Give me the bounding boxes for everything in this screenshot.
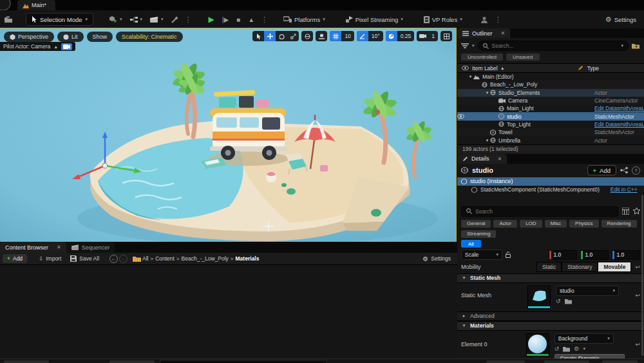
grid-snap-value[interactable]: 10 (341, 33, 354, 39)
filter-chip-streaming[interactable]: Streaming (461, 230, 496, 238)
lock-open-icon[interactable] (506, 251, 511, 258)
add-component-button[interactable]: +Add (587, 165, 616, 175)
mobility-option-static[interactable]: Static (536, 262, 562, 272)
mobility-option-movable[interactable]: Movable (598, 262, 631, 272)
section-advanced-1[interactable]: ▸Advanced (457, 311, 644, 321)
breadcrumb-all[interactable]: All (142, 255, 148, 262)
status-badge-uncontrolled[interactable]: Uncontrolled (461, 54, 503, 61)
use-selected-asset-icon[interactable]: ↺ (554, 346, 560, 352)
collaboration-button[interactable] (477, 14, 492, 25)
component-row-staticmesh[interactable]: StaticMeshComponent (StaticMeshComponent… (457, 186, 644, 194)
outliner-row-main-light[interactable]: Main_LightEdit DatasmithAreaLight (457, 104, 644, 112)
outliner-row-beach-low-poly[interactable]: Beach_-_Low_Poly (457, 81, 644, 88)
details-scrollbar[interactable] (641, 195, 643, 356)
content-browser-settings-button[interactable]: ⚙ Settings (419, 254, 455, 263)
new-folder-icon[interactable]: + (632, 43, 640, 49)
edit-datasmith-link[interactable]: Edit DatasmithAreaLight (594, 121, 644, 128)
filter-chip-all[interactable]: All (461, 240, 481, 248)
blueprints-dropdown[interactable]: ▾ (126, 14, 147, 25)
section-materials[interactable]: ▾Materials (457, 321, 644, 331)
frame-skip-button[interactable]: |▶ (218, 14, 232, 25)
back-button[interactable]: ← (109, 255, 118, 263)
select-tool-button[interactable] (252, 31, 264, 41)
element-0-thumbnail[interactable] (526, 333, 549, 357)
scale-snap-value[interactable]: 0.25 (397, 33, 415, 39)
tab-content-browser[interactable]: Content Browser ✕ (0, 242, 66, 253)
outliner-search-input[interactable]: Search... ▾ (478, 41, 629, 51)
coordinate-system-button[interactable] (301, 31, 313, 41)
toolbar-overflow-menu[interactable]: ⋮ (182, 15, 194, 24)
status-badge-unsaved[interactable]: Unsaved (506, 54, 540, 61)
selection-mode-dropdown[interactable]: Selection Mode ▾ (26, 13, 93, 26)
element-0-material-dropdown[interactable]: Background▾ (554, 333, 614, 344)
save-all-button[interactable]: Save All (66, 254, 103, 263)
perspective-dropdown[interactable]: Perspective (4, 32, 54, 42)
expander-icon[interactable]: ▾ (484, 138, 490, 143)
scale-z-field[interactable]: 1.0 (612, 250, 640, 260)
forward-button[interactable]: → (119, 255, 128, 263)
static-mesh-asset-dropdown[interactable]: studio▾ (556, 286, 619, 296)
surface-snapping-button[interactable] (316, 31, 327, 41)
move-tool-button[interactable] (264, 31, 276, 41)
filter-chip-lod[interactable]: LOD (520, 220, 542, 228)
editor-settings-button[interactable]: ⚙ Settings (601, 14, 640, 26)
grid-snap-toggle[interactable] (330, 31, 341, 41)
breadcrumb-materials[interactable]: Materials (236, 255, 260, 262)
outliner-row-umbrella[interactable]: ▾UmbrellaActor (457, 136, 644, 144)
scale-y-field[interactable]: 1.0 (580, 250, 609, 260)
recent-levels-button[interactable] (0, 14, 17, 25)
cinematics-dropdown[interactable]: ▾ (146, 14, 167, 25)
vp-roles-dropdown[interactable]: VP Roles ▾ (420, 14, 466, 25)
chevron-down-icon[interactable]: ▾ (472, 43, 475, 48)
tab-outliner[interactable]: Outliner ✕ (457, 28, 510, 38)
static-mesh-thumbnail[interactable] (527, 286, 551, 309)
outliner-column-header[interactable]: Item Label ▲ Type (457, 63, 644, 73)
add-asset-button[interactable]: +Add (3, 254, 27, 263)
add-actor-dropdown[interactable]: + ▾ (105, 14, 126, 25)
lit-dropdown[interactable]: Lit (57, 32, 84, 42)
eye-icon[interactable] (457, 114, 468, 119)
source-control-button[interactable] (544, 360, 589, 363)
filter-chip-misc[interactable]: Misc (545, 220, 567, 228)
level-viewport[interactable]: Perspective Lit Show Scalability: Cinema… (0, 28, 456, 242)
details-search-input[interactable]: Search (461, 206, 618, 217)
eject-pilot-icon[interactable]: ▲ (53, 44, 58, 49)
filter-chip-general[interactable]: General (461, 220, 491, 228)
rotate-tool-button[interactable] (276, 31, 287, 41)
component-row-instance[interactable]: studio (Instance) (457, 177, 644, 186)
stop-button[interactable]: ■ (232, 14, 244, 25)
reset-mobility-icon[interactable]: ↩ (635, 264, 640, 270)
scale-x-field[interactable]: 1.0 (549, 250, 577, 260)
play-button[interactable]: ▶ (205, 13, 218, 26)
use-selected-asset-icon[interactable]: ↺ (556, 298, 561, 304)
platforms-dropdown[interactable]: Platforms ▾ (279, 14, 329, 25)
help-icon[interactable]: ? (632, 166, 640, 175)
pilot-actor-bar[interactable]: Pilot Actor: Camera ▲ (0, 42, 75, 51)
scale-tool-button[interactable] (287, 31, 299, 41)
outliner-row-studio[interactable]: studioStaticMeshActor (457, 112, 644, 120)
filter-chip-physics[interactable]: Physics (569, 220, 599, 228)
reset-material-icon[interactable]: ↩ (635, 341, 640, 348)
filter-icon[interactable] (461, 43, 469, 49)
scalability-warning[interactable]: Scalability: Cinematic (116, 32, 183, 42)
material-options-icon[interactable]: ⚙ (574, 346, 579, 352)
toolbar-right-overflow-menu[interactable]: ⋮ (492, 15, 504, 24)
browse-to-asset-icon[interactable] (563, 346, 570, 352)
scale-dropdown[interactable]: Scale▾ (461, 250, 502, 260)
scale-snap-toggle[interactable] (386, 31, 397, 41)
camera-speed-value[interactable]: 1 (428, 33, 438, 39)
breadcrumb-content[interactable]: Content (155, 255, 175, 262)
display-options-icon[interactable] (622, 208, 629, 215)
eject-button[interactable]: ▲ (244, 14, 258, 25)
tab-details[interactable]: Details ✕ (457, 154, 507, 164)
play-options-menu[interactable]: ⋮ (258, 15, 270, 24)
filter-chip-rendering[interactable]: Rendering (601, 220, 637, 228)
browse-to-asset-icon[interactable] (565, 298, 572, 304)
expander-icon[interactable]: ▾ (484, 90, 490, 95)
content-drawer-button[interactable] (4, 360, 49, 363)
close-icon[interactable]: ✕ (57, 244, 61, 250)
branch-icon[interactable] (620, 167, 628, 173)
camera-view-icon[interactable] (61, 43, 72, 50)
outliner-row-top-light[interactable]: Top_LightEdit DatasmithAreaLight (457, 121, 644, 128)
unreal-logo-icon[interactable] (0, 0, 11, 11)
